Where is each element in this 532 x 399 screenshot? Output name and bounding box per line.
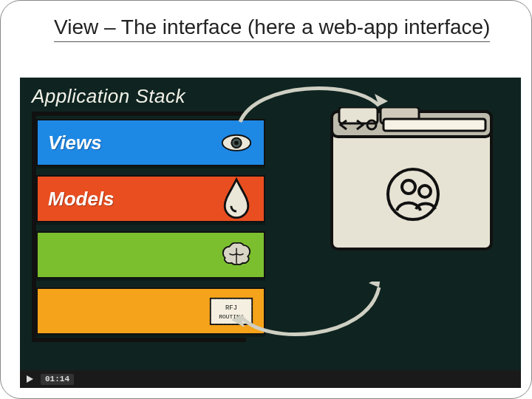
svg-point-2 bbox=[234, 140, 239, 145]
play-icon[interactable] bbox=[24, 374, 35, 384]
diagram-heading: Application Stack bbox=[32, 85, 185, 108]
address-bar bbox=[383, 119, 485, 131]
layer-label: Views bbox=[48, 132, 102, 154]
cycle-arrow-bottom bbox=[227, 282, 389, 352]
diagram-canvas: Application Stack Views Models bbox=[20, 78, 521, 370]
browser-window bbox=[329, 107, 497, 255]
layer-controller bbox=[36, 231, 265, 279]
slide: View – The interface (here a web-app int… bbox=[0, 0, 532, 399]
droplet-icon bbox=[219, 184, 253, 214]
slide-title-text: View – The interface (here a web-app int… bbox=[54, 14, 490, 42]
embedded-video[interactable]: Application Stack Views Models bbox=[20, 78, 521, 388]
application-stack: Views Models bbox=[32, 112, 246, 342]
brain-icon bbox=[219, 240, 253, 270]
layer-label: Models bbox=[48, 188, 115, 211]
video-controls[interactable]: 01:14 bbox=[20, 370, 521, 388]
layer-models: Models bbox=[36, 175, 265, 222]
video-timecode: 01:14 bbox=[41, 374, 74, 385]
eye-icon bbox=[219, 128, 253, 157]
slide-title: View – The interface (here a web-app int… bbox=[54, 14, 502, 42]
